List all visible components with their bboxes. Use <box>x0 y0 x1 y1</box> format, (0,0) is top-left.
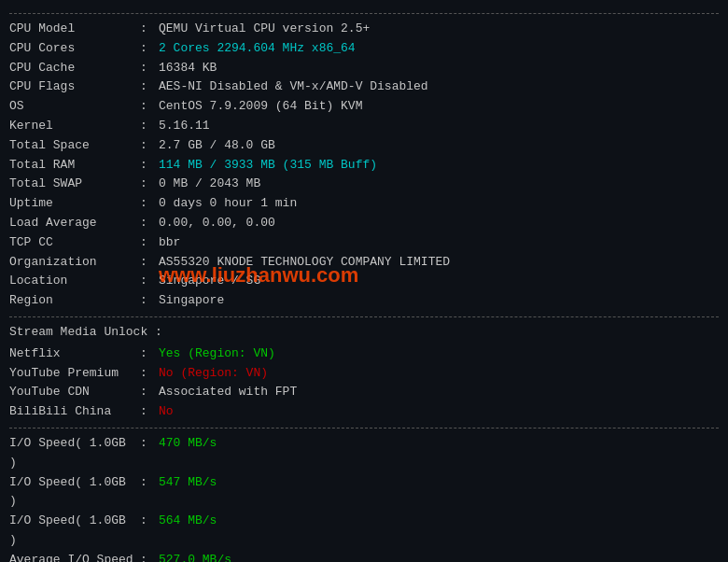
colon11: : <box>140 214 159 233</box>
io2-value: 547 MB/s <box>159 473 719 513</box>
location-label: Location <box>9 272 140 291</box>
io3-row: I/O Speed( 1.0GB ) : 564 MB/s <box>9 512 719 551</box>
youtube-cdn-row: YouTube CDN : Associated with FPT <box>9 383 719 402</box>
os-label: OS <box>9 97 140 117</box>
load-avg-row: Load Average : 0.00, 0.00, 0.00 <box>9 214 719 233</box>
youtube-label: YouTube Premium <box>9 364 140 384</box>
page-container: www.liuzhanwu.com CPU Model : QEMU Virtu… <box>9 13 719 562</box>
cpu-flags-value: AES-NI Disabled & VM-x/AMD-V Disabled <box>159 77 719 97</box>
os-row: OS : CentOS 7.9.2009 (64 Bit) KVM <box>9 97 719 117</box>
org-row: Organization : AS55320 KNODE TECHNOLOGY … <box>9 253 719 273</box>
colon9: : <box>140 175 159 194</box>
tcp-cc-row: TCP CC : bbr <box>9 233 719 253</box>
colon8: : <box>140 156 159 176</box>
total-space-value: 2.7 GB / 48.0 GB <box>159 136 719 156</box>
uptime-label: Uptime <box>9 194 140 214</box>
colon23: : <box>140 551 159 562</box>
colon19: : <box>140 402 159 422</box>
org-label: Organization <box>9 253 140 273</box>
io1-row: I/O Speed( 1.0GB ) : 470 MB/s <box>9 434 719 473</box>
cpu-model-row: CPU Model : QEMU Virtual CPU version 2.5… <box>9 20 719 39</box>
bilibili-row: BiliBili China : No <box>9 402 719 422</box>
colon21: : <box>140 473 159 513</box>
colon22: : <box>140 512 159 551</box>
colon4: : <box>140 77 159 97</box>
region-label: Region <box>9 291 140 311</box>
netflix-value: Yes (Region: VN) <box>159 344 719 364</box>
youtube-cdn-value: Associated with FPT <box>159 383 719 402</box>
region-row: Region : Singapore <box>9 291 719 311</box>
kernel-value: 5.16.11 <box>159 117 719 136</box>
cpu-flags-label: CPU Flags <box>9 77 140 97</box>
colon5: : <box>140 97 159 117</box>
io2-row: I/O Speed( 1.0GB ) : 547 MB/s <box>9 473 719 513</box>
total-ram-row: Total RAM : 114 MB / 3933 MB (315 MB Buf… <box>9 156 719 176</box>
region-value: Singapore <box>159 291 719 311</box>
colon18: : <box>140 383 159 402</box>
colon1: : <box>140 20 159 39</box>
divider-io <box>9 428 719 429</box>
io3-label: I/O Speed( 1.0GB ) <box>9 512 140 551</box>
total-swap-value: 0 MB / 2043 MB <box>159 175 719 194</box>
io2-label: I/O Speed( 1.0GB ) <box>9 473 140 513</box>
cpu-cores-label: CPU Cores <box>9 39 140 59</box>
avg-io-label: Average I/O Speed <box>9 551 140 562</box>
cpu-cache-row: CPU Cache : 16384 KB <box>9 59 719 78</box>
youtube-row: YouTube Premium : No (Region: VN) <box>9 364 719 384</box>
bilibili-value: No <box>159 402 719 422</box>
cpu-cores-row: CPU Cores : 2 Cores 2294.604 MHz x86_64 <box>9 39 719 59</box>
tcp-cc-label: TCP CC <box>9 233 140 253</box>
load-avg-label: Load Average <box>9 214 140 233</box>
total-ram-label: Total RAM <box>9 156 140 176</box>
colon20: : <box>140 434 159 473</box>
total-space-label: Total Space <box>9 136 140 156</box>
stream-title-row: Stream Media Unlock : <box>9 323 719 344</box>
colon2: : <box>140 39 159 59</box>
io1-label: I/O Speed( 1.0GB ) <box>9 434 140 473</box>
uptime-row: Uptime : 0 days 0 hour 1 min <box>9 194 719 214</box>
total-swap-row: Total SWAP : 0 MB / 2043 MB <box>9 175 719 194</box>
io3-value: 564 MB/s <box>159 512 719 551</box>
youtube-cdn-label: YouTube CDN <box>9 383 140 402</box>
location-row: Location : Singapore / SG <box>9 272 719 291</box>
colon10: : <box>140 194 159 214</box>
colon7: : <box>140 136 159 156</box>
colon15: : <box>140 291 159 311</box>
cpu-cores-value: 2 Cores 2294.604 MHz x86_64 <box>159 39 719 59</box>
location-value: Singapore / SG <box>159 272 719 291</box>
io1-value: 470 MB/s <box>159 434 719 473</box>
youtube-value: No (Region: VN) <box>159 364 719 384</box>
stream-title: Stream Media Unlock : <box>9 323 162 343</box>
total-swap-label: Total SWAP <box>9 175 140 194</box>
cpu-model-value: QEMU Virtual CPU version 2.5+ <box>159 20 719 39</box>
avg-io-value: 527.0 MB/s <box>159 551 719 562</box>
cpu-model-label: CPU Model <box>9 20 140 39</box>
cpu-cache-label: CPU Cache <box>9 59 140 78</box>
netflix-row: Netflix : Yes (Region: VN) <box>9 344 719 364</box>
bilibili-label: BiliBili China <box>9 402 140 422</box>
org-value: AS55320 KNODE TECHNOLOGY COMPANY LIMITED <box>159 253 719 273</box>
colon17: : <box>140 364 159 384</box>
netflix-label: Netflix <box>9 344 140 364</box>
tcp-cc-value: bbr <box>159 233 719 253</box>
colon13: : <box>140 253 159 273</box>
kernel-label: Kernel <box>9 117 140 136</box>
uptime-value: 0 days 0 hour 1 min <box>159 194 719 214</box>
cpu-flags-row: CPU Flags : AES-NI Disabled & VM-x/AMD-V… <box>9 77 719 97</box>
cpu-cache-value: 16384 KB <box>159 59 719 78</box>
os-value: CentOS 7.9.2009 (64 Bit) KVM <box>159 97 719 117</box>
total-ram-value: 114 MB / 3933 MB (315 MB Buff) <box>159 156 719 176</box>
load-avg-value: 0.00, 0.00, 0.00 <box>159 214 719 233</box>
colon16: : <box>140 344 159 364</box>
avg-io-row: Average I/O Speed : 527.0 MB/s <box>9 551 719 562</box>
total-space-row: Total Space : 2.7 GB / 48.0 GB <box>9 136 719 156</box>
divider-stream <box>9 316 719 317</box>
divider-top <box>9 13 719 14</box>
colon6: : <box>140 117 159 136</box>
kernel-row: Kernel : 5.16.11 <box>9 117 719 136</box>
colon12: : <box>140 233 159 253</box>
colon3: : <box>140 59 159 78</box>
colon14: : <box>140 272 159 291</box>
